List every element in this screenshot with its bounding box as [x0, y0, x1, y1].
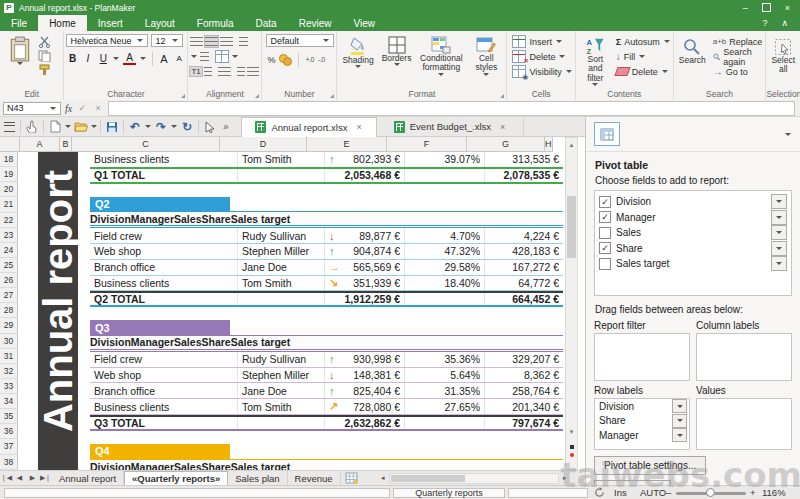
cut-icon[interactable] [38, 36, 51, 48]
italic-button[interactable]: I [82, 53, 94, 64]
sort-filter-button[interactable]: A Z Sort and filter [578, 34, 613, 88]
table-row[interactable]: Web shop Stephen Miller ↑904,874 € 47.32… [90, 244, 563, 260]
field-row[interactable]: Sales target [597, 256, 789, 272]
menu-home[interactable]: Home [38, 15, 87, 31]
wrap-text-icon[interactable] [200, 51, 213, 62]
close-tab-icon[interactable]: × [500, 122, 505, 132]
doc-tab-annual-report[interactable]: Annual report.xlsx × [241, 117, 377, 137]
save-icon[interactable] [104, 120, 120, 134]
bold-button[interactable]: B [66, 53, 78, 64]
object-mode-icon[interactable] [202, 120, 218, 134]
field-options-button[interactable] [771, 194, 787, 209]
row-label-options-button[interactable] [672, 414, 687, 428]
scroll-up-icon[interactable]: ▴ [566, 138, 577, 151]
field-options-button[interactable] [771, 225, 787, 240]
table-row[interactable]: Web shop Stephen Miller ↓148,381 € 5.64%… [90, 368, 563, 384]
q2-total-row[interactable]: Q2 TOTAL 1,912,259 € 664,452 € [90, 291, 563, 307]
field-row[interactable]: Division [597, 194, 789, 210]
menu-data[interactable]: Data [245, 15, 288, 31]
align-left-icon[interactable] [204, 66, 216, 77]
cell-styles-button[interactable]: Cell styles [468, 34, 504, 88]
open-document-options-icon[interactable] [91, 125, 97, 128]
conditional-formatting-button[interactable]: Conditional formatting [416, 34, 466, 88]
column-labels-area[interactable] [696, 333, 792, 381]
table-row[interactable]: Field crew Rudy Sullivan ↓89,877 € 4.70%… [90, 228, 563, 244]
undo-icon[interactable]: ↶ [127, 120, 143, 134]
search-again-button[interactable]: Search again [713, 49, 764, 64]
align-top-icon[interactable] [190, 36, 203, 47]
grow-font-button[interactable]: A [158, 53, 170, 65]
fill-button[interactable]: ↓ Fill [616, 49, 671, 64]
field-row[interactable]: Sales [597, 225, 789, 241]
search-button[interactable]: Search [676, 34, 709, 88]
menu-view[interactable]: View [342, 15, 386, 31]
values-area[interactable] [696, 398, 792, 450]
scroll-left-icon[interactable]: ◂ [377, 474, 389, 482]
select-all-corner[interactable] [0, 137, 20, 152]
row-label-item[interactable]: Manager [595, 428, 689, 443]
font-name-select[interactable]: Helvetica Neue [66, 34, 148, 47]
close-tab-icon[interactable]: × [356, 122, 361, 132]
align-middle-icon[interactable] [205, 36, 218, 47]
doc-tab-event-budget[interactable]: Event Budget_.xlsx × [377, 117, 524, 136]
cancel-entry-icon[interactable]: × [92, 103, 104, 113]
menu-file[interactable]: File [0, 15, 38, 31]
format-painter-icon[interactable] [38, 64, 51, 76]
next-sheet-icon[interactable]: ▶ [26, 471, 39, 485]
first-sheet-icon[interactable]: ❘◀ [0, 471, 13, 485]
align-bottom-icon[interactable] [220, 36, 233, 47]
field-options-button[interactable] [771, 241, 787, 256]
percent-format-button[interactable]: % [267, 55, 275, 65]
align-justify-icon[interactable] [247, 66, 259, 77]
menu-formula[interactable]: Formula [186, 15, 245, 31]
last-sheet-icon[interactable]: ▶❘ [39, 471, 52, 485]
number-format-select[interactable]: Default [266, 34, 334, 47]
field-checkbox[interactable] [599, 258, 611, 270]
sheet-tab-annual-report[interactable]: Annual report [52, 471, 124, 485]
panel-options-icon[interactable] [785, 133, 791, 136]
field-row[interactable]: Manager [597, 210, 789, 226]
copy-icon[interactable] [38, 50, 51, 62]
merge-cells-icon[interactable] [215, 50, 229, 63]
sheet-tab-quarterly-reports[interactable]: «Quarterly reports» [124, 471, 228, 485]
scroll-down-icon[interactable]: ▾ [566, 425, 577, 438]
repeat-icon[interactable]: ↻ [179, 120, 195, 134]
field-options-button[interactable] [771, 210, 787, 225]
horizontal-scrollbar[interactable]: ◂ ▸ [377, 471, 571, 485]
report-filter-area[interactable] [594, 333, 690, 381]
column-headers[interactable]: ABCDEFGH [0, 137, 553, 152]
confirm-entry-icon[interactable]: ✓ [76, 103, 88, 113]
merge-options-icon[interactable] [232, 55, 238, 58]
new-sheet-button[interactable] [341, 471, 363, 485]
font-color-button[interactable]: A [123, 53, 135, 65]
goto-button[interactable]: → Go to [713, 64, 764, 79]
font-color-options-icon[interactable] [140, 57, 146, 60]
autosum-button[interactable]: Σ Autosum [616, 34, 671, 49]
toolbar-overflow-icon[interactable]: » [223, 121, 229, 132]
name-box[interactable]: N43 [3, 102, 61, 115]
q3-total-row[interactable]: Q3 TOTAL 2,632,862 € 797,674 € [90, 415, 563, 431]
redo-icon[interactable]: ↷ [153, 120, 169, 134]
q1-total-row[interactable]: Q1 TOTAL 2,053,468 € 2,078,535 € [90, 168, 563, 184]
font-size-select[interactable]: 12 [151, 34, 183, 47]
field-checkbox[interactable] [599, 227, 611, 239]
insert-cells-button[interactable]: Insert [529, 37, 552, 47]
table-row[interactable]: Business clients Tom Smith ↑802,393 € 39… [90, 152, 563, 168]
paste-button[interactable] [6, 34, 34, 76]
maximize-button[interactable] [762, 3, 771, 12]
remove-decimal-icon[interactable]: -.0 [318, 56, 325, 63]
row-labels-area[interactable]: Division Share Manager [594, 398, 690, 450]
visibility-button[interactable]: Visibility [529, 67, 561, 77]
menu-icon[interactable] [1, 120, 17, 134]
help-icon[interactable]: ? [762, 18, 767, 28]
table-row[interactable]: Business clients Tom Smith ↘351,939 € 18… [90, 276, 563, 292]
align-right-icon[interactable] [233, 66, 245, 77]
pivot-panel-toggle[interactable] [594, 122, 620, 146]
sheet-tab-revenue[interactable]: Revenue [288, 471, 341, 485]
row-label-options-button[interactable] [672, 399, 687, 413]
row-headers[interactable]: 1819202122232425262728293031323334353637… [0, 152, 18, 470]
undo-options-icon[interactable] [145, 125, 151, 128]
field-options-button[interactable] [771, 256, 787, 271]
add-decimal-icon[interactable]: +.0 [305, 56, 313, 63]
underline-button[interactable]: U [97, 53, 109, 64]
